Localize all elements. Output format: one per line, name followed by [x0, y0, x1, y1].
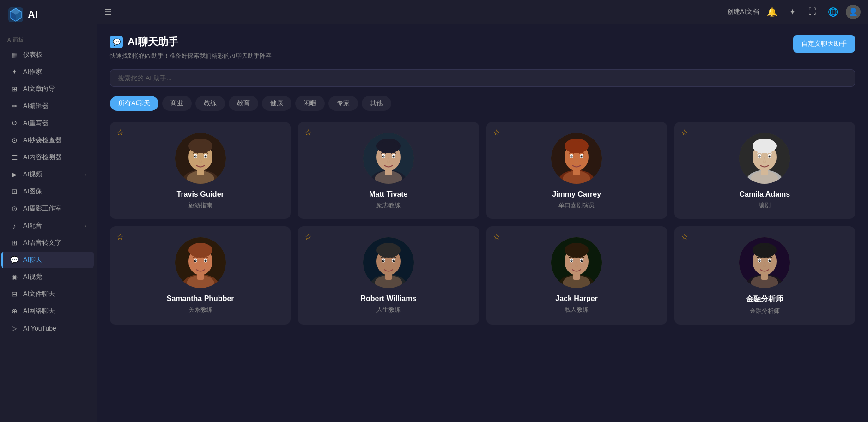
customize-chat-button[interactable]: 自定义聊天助手	[793, 35, 855, 53]
filter-tab-education[interactable]: 教育	[229, 96, 258, 111]
notification-icon[interactable]: 🔔	[765, 5, 779, 19]
filter-tab-business[interactable]: 商业	[162, 96, 192, 111]
filter-tab-coach[interactable]: 教练	[195, 96, 225, 111]
agent-card-matt[interactable]: ☆	[298, 122, 479, 219]
ai-speech-icon: ⊞	[10, 239, 18, 247]
sidebar-label-ai-vision: AI视觉	[23, 273, 42, 281]
svg-point-116	[770, 260, 771, 261]
star-btn-jimmy[interactable]: ☆	[493, 127, 500, 138]
sidebar-item-dashboard[interactable]: ▦ 仪表板	[3, 47, 94, 63]
agent-card-samantha[interactable]: ☆	[110, 226, 291, 325]
ai-plagiarism-icon: ⊙	[10, 136, 18, 145]
agent-card-finance[interactable]: ☆	[674, 226, 855, 325]
language-icon[interactable]: 🌐	[826, 5, 840, 19]
agent-role-matt: 励志教练	[376, 201, 401, 210]
avatar-camila	[739, 133, 790, 184]
agent-role-samantha: 关系教练	[188, 306, 212, 314]
agent-name-travis: Travis Guider	[176, 190, 224, 199]
filter-tab-other[interactable]: 其他	[362, 96, 391, 111]
agent-role-jack: 私人教练	[565, 306, 589, 314]
hamburger-menu-icon[interactable]: ☰	[104, 7, 112, 17]
agent-card-jack[interactable]: ☆	[486, 226, 667, 325]
svg-point-74	[206, 260, 206, 261]
fullscreen-icon[interactable]: ⛶	[805, 5, 820, 19]
sidebar-label-ai-rewriter: AI重写器	[23, 119, 49, 127]
avatar-travis	[175, 133, 226, 184]
svg-point-26	[378, 141, 399, 152]
svg-point-82	[378, 246, 399, 257]
theme-icon[interactable]: ✦	[785, 5, 800, 19]
star-btn-matt[interactable]: ☆	[304, 127, 312, 138]
search-input[interactable]	[110, 69, 855, 87]
sidebar-label-ai-article-guide: AI文章向导	[23, 85, 55, 93]
agent-card-travis[interactable]: ☆	[110, 122, 291, 219]
create-doc-button[interactable]: 创建AI文档	[727, 8, 759, 16]
sidebar-item-ai-rewriter[interactable]: ↺ AI重写器	[3, 115, 94, 132]
ai-image-icon: ⊡	[10, 187, 18, 196]
svg-point-100	[581, 260, 583, 262]
ai-voice-icon: ♪	[10, 222, 18, 230]
ai-youtube-icon: ▷	[10, 324, 18, 332]
avatar-robert	[363, 237, 414, 288]
sidebar-item-ai-editor[interactable]: ✏ AI编辑器	[3, 98, 94, 115]
sidebar-item-ai-content[interactable]: ☰ AI内容检测器	[3, 149, 94, 166]
sidebar-item-ai-voice[interactable]: ♪ AI配音 ›	[3, 217, 94, 234]
star-btn-jack[interactable]: ☆	[493, 232, 500, 242]
svg-point-44	[581, 156, 583, 158]
sidebar-item-ai-article-guide[interactable]: ⊞ AI文章向导	[3, 81, 94, 97]
sidebar-label-ai-content: AI内容检测器	[23, 153, 61, 162]
agent-role-robert: 人生教练	[376, 306, 401, 314]
star-btn-robert[interactable]: ☆	[304, 232, 312, 242]
star-btn-samantha[interactable]: ☆	[116, 232, 124, 242]
agent-name-matt: Matt Tivate	[369, 190, 407, 199]
sidebar-logo: AI	[0, 0, 97, 30]
ai-chat-icon: 💬	[10, 256, 18, 264]
agent-name-camila: Camila Adams	[740, 190, 790, 199]
filter-tab-health[interactable]: 健康	[262, 96, 291, 111]
agent-card-jimmy[interactable]: ☆	[486, 122, 667, 219]
ai-video-icon: ▶	[10, 170, 18, 179]
sidebar-label-ai-video: AI视频	[23, 170, 42, 179]
svg-point-30	[392, 156, 395, 158]
avatar-jack	[551, 237, 602, 288]
sidebar-item-ai-video[interactable]: ▶ AI视频 ›	[3, 166, 94, 183]
agent-role-travis: 旅游指南	[188, 201, 212, 210]
star-btn-finance[interactable]: ☆	[681, 232, 688, 242]
sidebar-item-ai-vision[interactable]: ◉ AI视觉	[3, 269, 94, 285]
sidebar-item-ai-writer[interactable]: ✦ AI作家	[3, 64, 94, 80]
agent-name-samantha: Samantha Phubber	[167, 295, 234, 303]
sidebar-item-ai-image[interactable]: ⊡ AI图像	[3, 183, 94, 200]
filter-tab-expert[interactable]: 专家	[328, 96, 358, 111]
svg-point-68	[190, 246, 211, 257]
svg-point-43	[571, 156, 573, 158]
sidebar-item-ai-file-chat[interactable]: ⊟ AI文件聊天	[3, 286, 94, 302]
svg-point-59	[760, 156, 761, 157]
star-btn-camila[interactable]: ☆	[681, 127, 688, 138]
agent-name-robert: Robert Williams	[360, 295, 416, 303]
agent-name-jack: Jack Harper	[555, 295, 598, 303]
user-avatar[interactable]: 👤	[846, 5, 861, 19]
agent-role-jimmy: 单口喜剧演员	[558, 201, 595, 210]
sidebar-item-ai-photo-studio[interactable]: ⊙ AI摄影工作室	[3, 200, 94, 217]
svg-point-18	[206, 156, 206, 157]
sidebar-label-ai-photo-studio: AI摄影工作室	[23, 205, 61, 213]
agent-role-camila: 编剧	[759, 201, 771, 210]
star-btn-travis[interactable]: ☆	[116, 127, 124, 138]
sidebar-item-ai-youtube[interactable]: ▷ AI YouTube	[3, 320, 94, 337]
sidebar-item-ai-speech[interactable]: ⊞ AI语音转文字	[3, 235, 94, 251]
filter-tab-leisure[interactable]: 闲暇	[295, 96, 325, 111]
sidebar-item-ai-chat[interactable]: 💬 AI聊天	[1, 252, 94, 268]
filter-tab-all[interactable]: 所有AI聊天	[110, 96, 158, 111]
sidebar-item-ai-plagiarism[interactable]: ⊙ AI抄袭检查器	[3, 132, 94, 149]
dashboard-icon: ▦	[10, 51, 18, 59]
topbar: ☰ 创建AI文档 🔔 ✦ ⛶ 🌐 👤	[97, 0, 868, 24]
svg-point-72	[204, 260, 206, 262]
sidebar-label-ai-web-chat: AI网络聊天	[23, 307, 55, 315]
ai-editor-icon: ✏	[10, 102, 18, 110]
page-title-row: 💬 AI聊天助手	[110, 35, 272, 49]
sidebar-item-ai-web-chat[interactable]: ⊕ AI网络聊天	[3, 303, 94, 320]
svg-point-96	[566, 246, 587, 257]
agent-card-camila[interactable]: ☆	[674, 122, 855, 219]
sidebar: AI AI面板 ▦ 仪表板 ✦ AI作家 ⊞ AI文章向导 ✏ AI编辑器 ↺ …	[0, 0, 97, 422]
agent-card-robert[interactable]: ☆	[298, 226, 479, 325]
